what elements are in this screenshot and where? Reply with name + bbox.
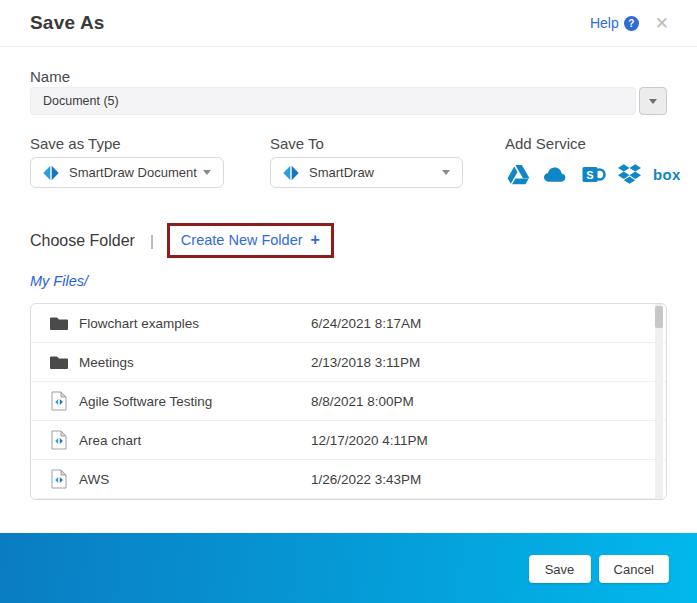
help-link[interactable]: Help ? <box>590 15 639 31</box>
file-list: Flowchart examples 6/24/2021 8:17AM Meet… <box>30 303 667 500</box>
list-item[interactable]: AWS 1/26/2022 3:43PM <box>31 460 666 499</box>
scrollbar-thumb[interactable] <box>655 306 663 328</box>
file-date: 1/26/2022 3:43PM <box>311 472 421 487</box>
service-icons: S box <box>507 161 681 187</box>
footer-bar: Save Cancel <box>0 533 697 603</box>
sharepoint-icon[interactable]: S <box>582 164 606 185</box>
list-item[interactable]: Flowchart examples 6/24/2021 8:17AM <box>31 304 666 343</box>
annotation-highlight-box: Create New Folder + <box>167 223 334 258</box>
plus-icon[interactable]: + <box>311 231 320 249</box>
smartdraw-document-icon <box>49 469 69 489</box>
close-icon[interactable]: ✕ <box>655 15 669 32</box>
save-to-value: SmartDraw <box>309 165 374 180</box>
breadcrumb[interactable]: My Files/ <box>30 273 88 289</box>
save-to-label: Save To <box>270 135 324 152</box>
file-date: 8/8/2021 8:00PM <box>311 394 414 409</box>
name-label: Name <box>30 68 70 85</box>
save-as-type-label: Save as Type <box>30 135 121 152</box>
name-dropdown-button[interactable] <box>639 87 667 115</box>
smartdraw-document-icon <box>49 430 69 450</box>
list-item[interactable]: Meetings 2/13/2018 3:11PM <box>31 343 666 382</box>
name-row <box>30 87 667 115</box>
smartdraw-logo-icon <box>43 165 59 181</box>
box-wordmark: box <box>653 166 681 183</box>
file-name: Flowchart examples <box>79 316 311 331</box>
folder-icon <box>49 355 69 370</box>
scrollbar-track[interactable] <box>655 304 663 499</box>
add-service-label: Add Service <box>505 135 586 152</box>
list-item[interactable]: Agile Software Testing 8/8/2021 8:00PM <box>31 382 666 421</box>
file-name: Area chart <box>79 433 311 448</box>
file-date: 12/17/2020 4:11PM <box>311 433 428 448</box>
file-name: Meetings <box>79 355 311 370</box>
smartdraw-document-icon <box>49 391 69 411</box>
save-as-dialog: Save As Help ? ✕ Name Save as Type Save … <box>0 0 697 603</box>
smartdraw-logo-icon <box>283 165 299 181</box>
list-item[interactable]: Area chart 12/17/2020 4:11PM <box>31 421 666 460</box>
save-as-type-dropdown[interactable]: SmartDraw Document <box>30 157 224 188</box>
file-name: AWS <box>79 472 311 487</box>
box-icon[interactable]: box <box>653 166 681 183</box>
header-actions: Help ? ✕ <box>590 15 669 32</box>
choose-folder-label: Choose Folder <box>30 232 135 250</box>
folder-actions-row: Choose Folder | Create New Folder + <box>30 222 334 259</box>
onedrive-icon[interactable] <box>542 165 570 183</box>
save-to-dropdown[interactable]: SmartDraw <box>270 157 463 188</box>
file-date: 6/24/2021 8:17AM <box>311 316 421 331</box>
name-input[interactable] <box>30 87 636 115</box>
divider: | <box>150 232 154 249</box>
svg-text:S: S <box>586 168 593 180</box>
dialog-title: Save As <box>30 12 105 34</box>
google-drive-icon[interactable] <box>507 164 530 185</box>
save-button[interactable]: Save <box>529 555 591 583</box>
cancel-button[interactable]: Cancel <box>599 555 669 583</box>
chevron-down-icon <box>649 99 657 104</box>
file-date: 2/13/2018 3:11PM <box>311 355 420 370</box>
dialog-header: Save As Help ? ✕ <box>0 0 697 47</box>
create-new-folder-link[interactable]: Create New Folder <box>181 232 303 248</box>
chevron-down-icon <box>203 170 211 175</box>
footer-buttons: Save Cancel <box>529 555 669 583</box>
help-icon: ? <box>624 16 639 31</box>
folder-icon <box>49 316 69 331</box>
file-name: Agile Software Testing <box>79 394 311 409</box>
save-as-type-value: SmartDraw Document <box>69 165 197 180</box>
dropbox-icon[interactable] <box>618 164 641 184</box>
chevron-down-icon <box>442 170 450 175</box>
help-label: Help <box>590 15 619 31</box>
